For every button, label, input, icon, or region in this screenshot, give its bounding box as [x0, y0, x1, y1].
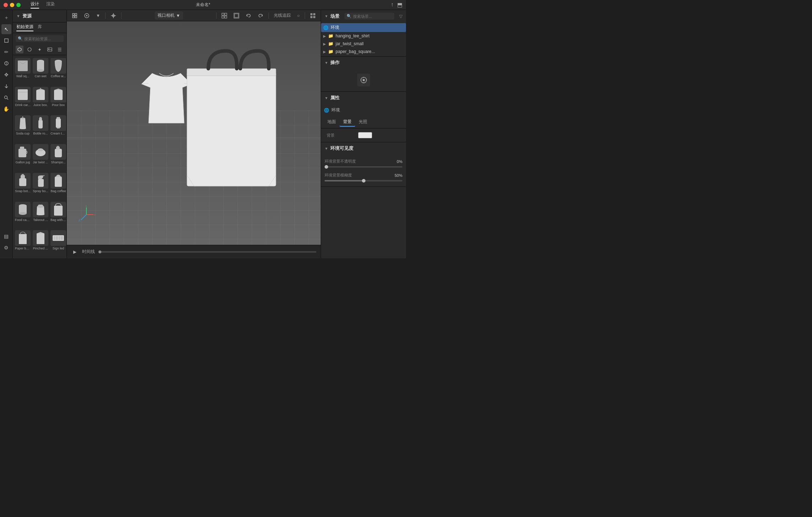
view-btn-1[interactable] [219, 12, 229, 20]
properties-title: 属性 [330, 95, 340, 101]
properties-header[interactable]: ▼ 属性 [321, 92, 406, 104]
svg-rect-21 [38, 120, 43, 128]
asset-wall-sq[interactable]: Wall sq... [14, 57, 31, 85]
export-button[interactable]: ⬒ [397, 1, 402, 8]
camera-select[interactable]: 视口相机 ▼ [155, 11, 183, 20]
asset-cream-tu[interactable]: Cream tu... [50, 114, 66, 142]
transform-icon-btn[interactable]: ✥ [1, 70, 11, 80]
sphere-filter-btn[interactable] [26, 46, 33, 53]
hand-icon-btn[interactable]: ✋ [1, 104, 11, 114]
scene-item-bag[interactable]: ▶ 📁 paper_bag_square... [321, 48, 406, 56]
env-visibility-header[interactable]: ▼ 环境可见度 [321, 142, 406, 154]
redo-btn[interactable] [256, 12, 266, 20]
timeline-collapse-btn[interactable]: ▶ [71, 248, 79, 255]
raytracing-btn[interactable]: 光线追踪 [272, 11, 293, 20]
asset-food-can[interactable]: Food can... [14, 200, 31, 228]
paint-icon-btn[interactable] [1, 58, 11, 68]
undo-btn[interactable] [244, 12, 253, 20]
panel-title: 资源 [22, 13, 32, 19]
asset-label: Cream tu... [50, 132, 66, 135]
select-icon-btn[interactable]: ↖ [1, 24, 11, 34]
list-filter-btn[interactable]: ☰ [56, 46, 64, 53]
viewport-canvas[interactable]: X Y Z [67, 21, 321, 245]
scene-section-header[interactable]: ▼ 场景 🔍 ▽ [321, 10, 406, 22]
svg-rect-7 [18, 60, 28, 71]
tab-design[interactable]: 设计 [31, 1, 39, 9]
circle-btn[interactable]: ○ [295, 12, 302, 19]
asset-sign-led[interactable]: Sign led [50, 229, 66, 257]
search-icon-btn[interactable] [1, 93, 11, 102]
scene-filter-btn[interactable]: ▽ [399, 14, 402, 19]
scene-item-jar[interactable]: ▶ 📁 jar_twist_small [321, 40, 406, 48]
scene-search-input[interactable] [353, 14, 392, 19]
asset-bag-with[interactable]: Bag with ... [50, 200, 66, 228]
svg-rect-0 [5, 39, 8, 42]
folder-icon: 📁 [328, 49, 333, 54]
viewport-scene: X Y Z [67, 21, 321, 245]
asset-pinched[interactable]: Pinched ... [32, 229, 49, 257]
asset-label: Pour box [52, 103, 65, 107]
asset-juice-box[interactable]: Juice box. [32, 85, 49, 114]
svg-rect-70 [235, 14, 238, 17]
dropdown-btn[interactable]: ▼ [94, 12, 102, 19]
maximize-button[interactable] [16, 3, 21, 7]
snap-btn[interactable] [70, 12, 80, 20]
asset-bag-coffee[interactable]: Bag coffee [50, 172, 66, 200]
scene-search: 🔍 [344, 13, 394, 20]
settings-icon-btn[interactable]: ⚙ [1, 243, 11, 253]
magnet-btn[interactable] [82, 12, 92, 20]
scene-item-shirt[interactable]: ▶ 📁 hanging_tee_shirt [321, 32, 406, 40]
cube-filter-btn[interactable] [16, 46, 23, 53]
asset-coffee[interactable]: Coffee w... [50, 57, 66, 85]
slider-thumb[interactable] [325, 165, 328, 169]
view-btn-2[interactable] [231, 12, 241, 20]
asset-shampoo[interactable]: Shampo... [50, 143, 66, 171]
prop-tab-ground[interactable]: 地面 [324, 118, 340, 127]
scene-section: ▼ 场景 🔍 ▽ 🌐 环境 ▶ 📁 hanging_tee_s [321, 10, 406, 57]
light-filter-btn[interactable]: ✦ [36, 46, 44, 53]
minimize-button[interactable] [10, 3, 14, 7]
asset-gallon-jug[interactable]: Gallon jug [14, 143, 31, 171]
preview-btn[interactable] [357, 74, 370, 86]
share-button[interactable]: ↑ [391, 1, 394, 8]
asset-soda-cup[interactable]: Soda cup [14, 114, 31, 142]
brush-icon-btn[interactable]: ✏ [1, 47, 11, 57]
bg-blur-slider[interactable] [325, 180, 402, 181]
scene-object-bag[interactable] [183, 44, 290, 193]
tab-render[interactable]: 渲染 [46, 1, 55, 9]
svg-point-42 [19, 212, 27, 215]
bg-opacity-slider[interactable] [325, 166, 402, 168]
image-filter-btn[interactable] [46, 46, 54, 53]
asset-takeout[interactable]: Takeout ... [32, 200, 49, 228]
bg-opacity-header: 环境背景不透明度 0% [325, 158, 402, 165]
asset-spray-bo[interactable]: Spray bo... [32, 172, 49, 200]
asset-pour-box[interactable]: Pour box [50, 85, 66, 114]
asset-jar-twist[interactable]: Jar twist ... [32, 143, 49, 171]
env-section: 🌐 环境 [321, 104, 406, 116]
layers-icon-btn[interactable]: ▤ [1, 231, 11, 241]
asset-paper-ba[interactable]: Paper ba... [14, 229, 31, 257]
asset-drink-car[interactable]: Drink car... [14, 85, 31, 114]
left-iconbar: ＋ ↖ ✏ ✥ ✋ ▤ [0, 10, 13, 258]
assets-search-input[interactable] [24, 37, 62, 41]
slider-thumb[interactable] [362, 179, 365, 183]
tab-initial-assets[interactable]: 初始资源 [16, 24, 33, 31]
close-button[interactable] [4, 3, 8, 7]
prop-tab-background[interactable]: 背景 [340, 118, 355, 127]
transform-btn[interactable] [108, 12, 118, 20]
tab-library[interactable]: 库 [38, 24, 42, 31]
operations-header[interactable]: ▼ 操作 [321, 57, 406, 69]
background-color-swatch[interactable] [358, 132, 372, 138]
pull-icon-btn[interactable] [1, 81, 11, 91]
grid-btn[interactable] [308, 12, 318, 20]
scene-item-environment[interactable]: 🌐 环境 [321, 23, 406, 32]
asset-bottle-ro[interactable]: Bottle ro... [32, 114, 49, 142]
add-icon-btn[interactable]: ＋ [1, 13, 11, 23]
asset-thumb [50, 144, 66, 160]
titlebar: 设计 渲染 未命名* ↑ ⬒ [0, 0, 406, 10]
asset-can-wet[interactable]: Can wet [32, 57, 49, 85]
object-icon-btn[interactable] [1, 36, 11, 46]
prop-tab-lighting[interactable]: 光照 [355, 118, 371, 127]
timeline-track[interactable] [98, 251, 316, 253]
asset-soap-bot[interactable]: Soap bot... [14, 172, 31, 200]
